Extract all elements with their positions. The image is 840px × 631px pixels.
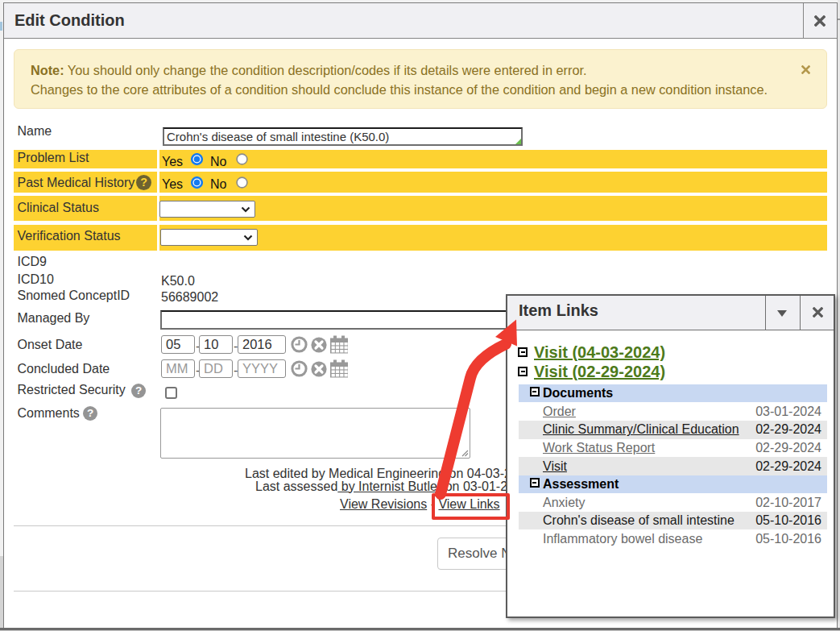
svg-text:?: ? — [135, 385, 142, 397]
svg-text:?: ? — [140, 176, 147, 189]
svg-text:?: ? — [86, 407, 93, 419]
